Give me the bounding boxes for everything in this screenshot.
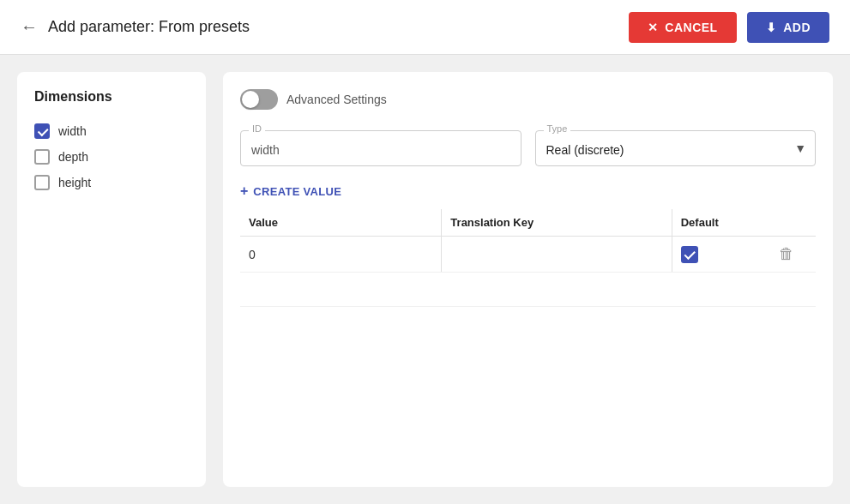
advanced-settings-row: Advanced Settings (240, 89, 816, 110)
checkbox-depth[interactable] (34, 149, 50, 165)
type-label: Type (544, 123, 571, 134)
sidebar-label-width: width (58, 124, 87, 138)
column-header-value: Value (240, 209, 442, 237)
table-row-empty (240, 273, 816, 307)
header-left: ← Add parameter: From presets (21, 17, 250, 37)
sidebar-item-width[interactable]: width (34, 118, 189, 144)
cancel-label: CANCEL (665, 21, 717, 34)
cell-value: 0 (240, 237, 442, 273)
column-header-actions (758, 209, 816, 237)
advanced-settings-label: Advanced Settings (286, 93, 387, 106)
checkbox-width[interactable] (34, 123, 50, 139)
column-header-translation: Translation Key (442, 209, 672, 237)
sidebar-title: Dimensions (34, 89, 189, 105)
values-table: Value Translation Key Default 0 🗑 (240, 209, 816, 307)
cell-translation (442, 237, 672, 273)
id-input[interactable] (240, 130, 521, 166)
cancel-button[interactable]: ✕ CANCEL (629, 12, 737, 43)
cell-actions: 🗑 (758, 237, 816, 273)
type-select[interactable]: Real (discrete) Integer String Boolean (536, 131, 816, 165)
fields-row: ID Type Real (discrete) Integer String B… (240, 130, 816, 166)
type-select-wrapper: Real (discrete) Integer String Boolean ▼ (535, 130, 817, 166)
id-field-group: ID (240, 130, 521, 166)
add-button[interactable]: ⬇ ADD (747, 12, 829, 43)
id-label: ID (249, 123, 265, 134)
create-value-label: CREATE VALUE (253, 185, 341, 198)
sidebar: Dimensions width depth height (17, 72, 206, 487)
cancel-x-icon: ✕ (648, 21, 659, 34)
table-header-row: Value Translation Key Default (240, 209, 816, 237)
sidebar-item-depth[interactable]: depth (34, 144, 189, 170)
main-content: Dimensions width depth height Advanced S… (0, 55, 850, 504)
add-label: ADD (783, 21, 811, 34)
sidebar-item-height[interactable]: height (34, 170, 189, 195)
cell-default (672, 237, 758, 273)
create-value-row[interactable]: + CREATE VALUE (240, 183, 816, 199)
toggle-thumb (242, 91, 259, 108)
add-download-icon: ⬇ (766, 21, 777, 34)
default-checkbox[interactable] (681, 246, 698, 263)
sidebar-label-depth: depth (58, 150, 88, 164)
header-buttons: ✕ CANCEL ⬇ ADD (629, 12, 829, 43)
page-title: Add parameter: From presets (48, 18, 250, 36)
sidebar-label-height: height (58, 176, 91, 189)
back-icon[interactable]: ← (21, 17, 38, 37)
type-field-group: Type Real (discrete) Integer String Bool… (535, 130, 817, 166)
content-panel: Advanced Settings ID Type Real (discrete… (223, 72, 833, 487)
table-row: 0 🗑 (240, 237, 816, 273)
header: ← Add parameter: From presets ✕ CANCEL ⬇… (0, 0, 850, 55)
advanced-settings-toggle[interactable] (240, 89, 278, 110)
empty-row-cell (240, 273, 816, 307)
delete-icon[interactable]: 🗑 (779, 245, 794, 262)
checkbox-height[interactable] (34, 175, 50, 190)
column-header-default: Default (672, 209, 758, 237)
plus-icon: + (240, 183, 248, 199)
